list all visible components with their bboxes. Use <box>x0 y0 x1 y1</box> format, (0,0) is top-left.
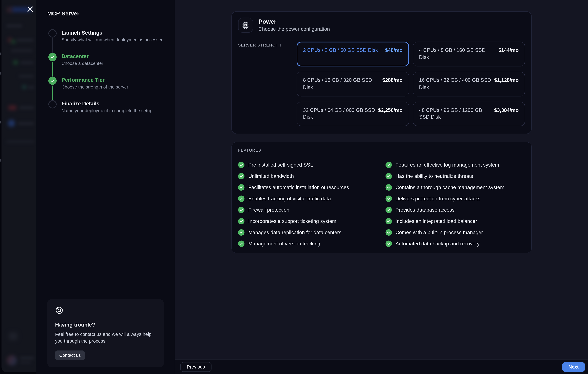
feature-item: Features an effective log management sys… <box>385 162 525 168</box>
feature-text: Comes with a built-in process manager <box>396 230 483 235</box>
tier-specs: 4 CPUs / 8 GB / 160 GB SSD Disk <box>419 47 495 61</box>
feature-item: Facilitates automatic installation of re… <box>238 184 378 191</box>
step-text: Performance Tier Choose the strength of … <box>62 77 164 100</box>
check-circle-icon <box>238 218 245 224</box>
check-circle-icon <box>385 207 392 214</box>
server-tier-option[interactable]: 8 CPUs / 16 GB / 320 GB SSD Disk $288/mo <box>297 72 409 96</box>
step-text: Finalize Details Name your deployment to… <box>62 100 164 124</box>
feature-item: Incorporates a support ticketing system <box>238 218 378 224</box>
wizard-step[interactable]: Datacenter Choose a datacenter <box>48 53 164 77</box>
server-tier-option[interactable]: 48 CPUs / 96 GB / 1200 GB SSD Disk $3,38… <box>413 102 525 126</box>
wizard-content: Power Choose the power configuration SER… <box>175 0 588 359</box>
tier-specs: 48 CPUs / 96 GB / 1200 GB SSD Disk <box>419 107 491 121</box>
feature-item: Firewall protection <box>238 207 378 214</box>
feature-item: Delivers protection from cyber-attacks <box>385 196 525 202</box>
tier-specs: 32 CPUs / 64 GB / 800 GB SSD Disk <box>303 107 375 121</box>
window-edge-strip <box>0 0 1 374</box>
server-tier-option[interactable]: 4 CPUs / 8 GB / 160 GB SSD Disk $144/mo <box>413 42 525 66</box>
modal-dim-overlay <box>1 0 36 372</box>
check-circle-icon <box>238 184 245 191</box>
feature-text: Delivers protection from cyber-attacks <box>396 196 480 202</box>
wizard-step[interactable]: Performance Tier Choose the strength of … <box>48 77 164 100</box>
tier-price: $1,128/mo <box>494 77 518 84</box>
close-modal-button[interactable] <box>26 4 35 13</box>
check-circle-icon <box>238 173 245 180</box>
wizard-step[interactable]: Launch Settings Specify what will run wh… <box>48 29 164 53</box>
check-circle-icon <box>238 196 245 202</box>
next-button[interactable]: Next <box>562 362 585 372</box>
feature-text: Management of version tracking <box>248 241 320 247</box>
features-column-right: Features an effective log management sys… <box>385 162 525 247</box>
help-title: Having trouble? <box>55 321 156 327</box>
step-description: Choose a datacenter <box>62 61 164 66</box>
feature-item: Manages data replication for data center… <box>238 229 378 236</box>
tier-specs: 8 CPUs / 16 GB / 320 GB SSD Disk <box>303 77 379 91</box>
step-text: Launch Settings Specify what will run wh… <box>62 29 164 53</box>
wizard-main-area: Power Choose the power configuration SER… <box>175 0 588 374</box>
feature-text: Enables tracking of visitor traffic data <box>248 196 331 202</box>
step-title: Launch Settings <box>62 30 164 36</box>
step-description: Choose the strength of the server <box>62 85 164 90</box>
features-column-left: Pre installed self-signed SSL Unlimited … <box>238 162 378 247</box>
server-tier-option[interactable]: 2 CPUs / 2 GB / 60 GB SSD Disk $48/mo <box>297 42 409 66</box>
contact-us-button[interactable]: Contact us <box>55 350 85 360</box>
deployment-wizard-screen: MCP Server Launch Settings Specify what … <box>0 0 588 374</box>
step-rail <box>48 29 57 53</box>
background-sidebar <box>0 0 36 374</box>
tier-price: $144/mo <box>498 47 519 54</box>
cpu-icon <box>242 21 250 29</box>
wizard-title: MCP Server <box>47 10 164 17</box>
server-strength-label: SERVER STRENGTH <box>238 42 297 126</box>
check-circle-icon <box>238 162 245 168</box>
feature-text: Automated data backup and recovery <box>396 241 480 247</box>
tier-price: $288/mo <box>382 77 403 84</box>
server-tier-option[interactable]: 16 CPUs / 32 GB / 400 GB SSD Disk $1,128… <box>413 72 525 96</box>
feature-text: Features an effective log management sys… <box>396 162 499 168</box>
step-rail <box>48 53 57 77</box>
features-card: FEATURES Pre installed self-signed SSL <box>231 142 532 253</box>
wizard-step[interactable]: Finalize Details Name your deployment to… <box>48 100 164 124</box>
check-icon <box>50 78 55 83</box>
previous-button[interactable]: Previous <box>180 362 211 372</box>
server-tier-option[interactable]: 32 CPUs / 64 GB / 800 GB SSD Disk $2,256… <box>297 102 409 126</box>
power-header-text: Power Choose the power configuration <box>258 18 330 32</box>
tier-price: $48/mo <box>385 47 403 54</box>
feature-text: Manages data replication for data center… <box>248 230 341 235</box>
power-title: Power <box>258 18 330 25</box>
check-circle-icon <box>238 229 245 236</box>
feature-text: Has the ability to neutralize threats <box>396 173 473 179</box>
feature-item: Comes with a built-in process manager <box>385 229 525 236</box>
step-list: Launch Settings Specify what will run wh… <box>48 29 164 124</box>
check-circle-icon <box>385 173 392 180</box>
close-icon <box>26 5 34 13</box>
check-circle-icon <box>385 229 392 236</box>
feature-text: Incorporates a support ticketing system <box>248 219 336 224</box>
step-title: Performance Tier <box>62 77 164 83</box>
check-icon <box>50 55 55 59</box>
step-connector <box>52 85 53 100</box>
step-description: Specify what will run when deployment is… <box>62 37 164 43</box>
check-circle-icon <box>385 162 392 168</box>
background-app-window <box>1 0 36 372</box>
feature-text: Provides database access <box>396 207 454 213</box>
step-connector <box>52 38 53 53</box>
step-rail <box>48 77 57 100</box>
step-title: Datacenter <box>62 53 164 59</box>
feature-item: Provides database access <box>385 207 525 214</box>
tier-specs: 2 CPUs / 2 GB / 60 GB SSD Disk <box>303 47 382 54</box>
features-grid: Pre installed self-signed SSL Unlimited … <box>238 162 525 247</box>
feature-text: Pre installed self-signed SSL <box>248 162 313 168</box>
check-circle-icon <box>385 184 392 191</box>
feature-item: Includes an integrated load balancer <box>385 218 525 224</box>
check-circle-icon <box>238 207 245 214</box>
power-card: Power Choose the power configuration SER… <box>231 11 532 134</box>
step-text: Datacenter Choose a datacenter <box>62 53 164 77</box>
step-rail <box>48 100 57 124</box>
check-circle-icon <box>385 218 392 224</box>
check-circle-icon <box>385 241 392 247</box>
cpu-icon-box <box>238 18 253 33</box>
help-card: Having trouble? Feel free to contact us … <box>47 299 164 367</box>
feature-text: Unlimited bandwidth <box>248 173 294 179</box>
feature-item: Contains a thorough cache management sys… <box>385 184 525 191</box>
feature-item: Pre installed self-signed SSL <box>238 162 378 168</box>
